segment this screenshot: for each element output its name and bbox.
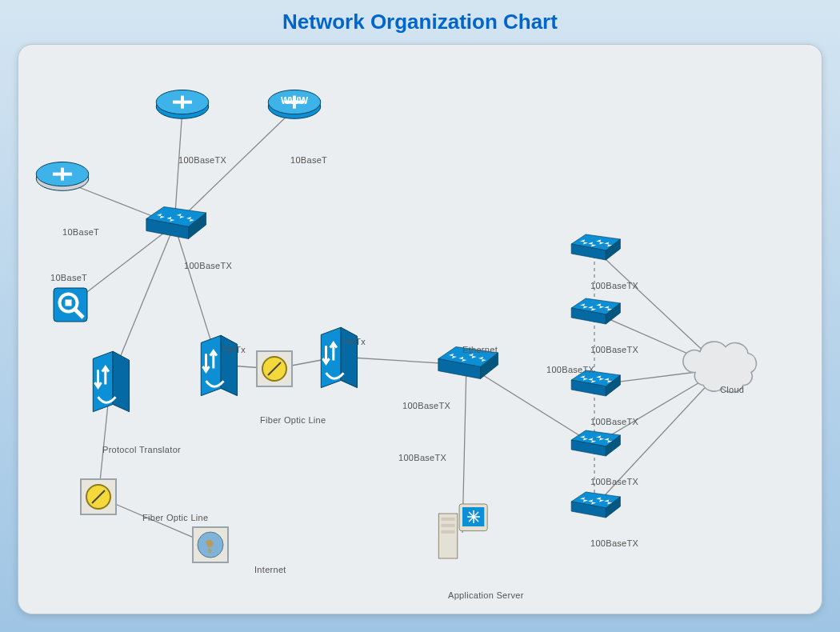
www_disk-label: 10BaseT	[290, 155, 327, 165]
internet-label: Internet	[254, 565, 286, 574]
cloud-label: Cloud	[720, 385, 744, 394]
svg-rect-10	[66, 300, 72, 306]
fxtx_a-icon	[194, 328, 243, 402]
router_blue-label: 100BaseTX	[178, 155, 226, 165]
sw_app-label: 100BaseTX	[398, 453, 446, 462]
switch_a-label: 100BaseTX	[184, 261, 232, 270]
svg-text:WWW: WWW	[281, 95, 309, 106]
sw_r5-label: 100BaseTX	[590, 538, 638, 548]
diagram-canvas: 10BaseT100BaseTXWWW10BaseT10BaseT100Base…	[18, 45, 822, 614]
svg-rect-15	[441, 524, 454, 527]
switch_a-icon	[139, 205, 210, 245]
router_gray-icon	[31, 158, 94, 203]
router_gray-label: 10BaseT	[62, 227, 99, 237]
sw_r4-label: 100BaseTX	[590, 477, 638, 486]
switch_b-label: 100BaseTX	[402, 401, 450, 410]
fxtx_b-label: Fx/Tx	[342, 337, 366, 346]
svg-rect-14	[441, 518, 454, 521]
svg-rect-16	[441, 530, 454, 534]
appserver-label: Application Server	[448, 590, 524, 600]
sw_r2-label: 100BaseTX	[590, 345, 638, 354]
sw_r3-label: 100BaseTX	[590, 417, 638, 426]
prot_trans-icon	[86, 344, 135, 418]
connection-layer	[18, 45, 823, 617]
sw_r1-label: 100BaseTX	[590, 281, 638, 290]
switch_left_lbl-label: 100BaseTX	[546, 365, 594, 374]
fxtx_a-label: Fx/Tx	[222, 345, 246, 354]
ethernet_lbl-label: Ethernet	[462, 345, 498, 354]
fiber_a-label: Fiber Optic Line	[260, 415, 326, 425]
appserver-icon	[431, 501, 494, 565]
diagram-panel: 10BaseT100BaseTXWWW10BaseT10BaseT100Base…	[18, 44, 822, 614]
fiber_b-label: Fiber Optic Line	[142, 513, 208, 522]
www_disk-icon: WWW	[263, 86, 326, 131]
magnifier-label: 10BaseT	[50, 273, 87, 282]
diagram-title: Network Organization Chart	[0, 0, 840, 34]
sw_r5-icon	[566, 490, 623, 522]
fiber_a-icon	[254, 349, 294, 389]
fiber_b-icon	[78, 477, 118, 517]
router_blue-icon	[151, 86, 214, 131]
sw_r2-icon	[566, 297, 623, 329]
internet-icon	[190, 525, 230, 565]
sw_r4-icon	[566, 429, 623, 461]
magnifier-icon	[50, 285, 90, 325]
prot_trans-label: Protocol Translator	[102, 445, 181, 454]
sw_r1-icon	[566, 233, 623, 265]
fxtx_b-icon	[314, 320, 363, 394]
